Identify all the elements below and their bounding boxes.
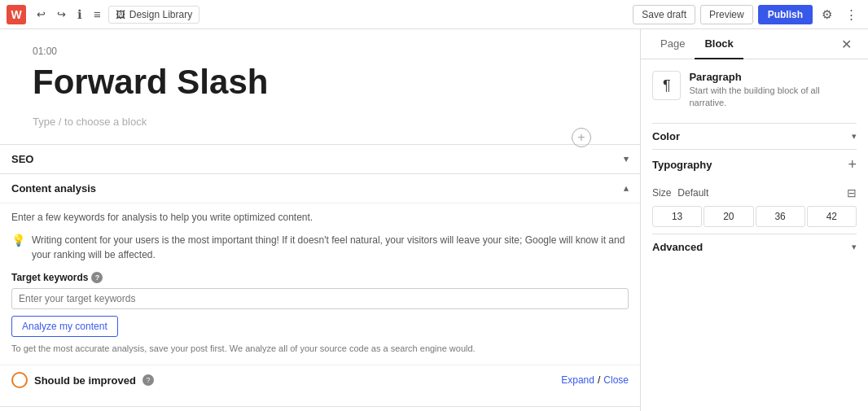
toolbar: W ↩ ↪ ℹ ≡ 🖼 Design Library Save draft Pr… [0,0,868,29]
design-library-button[interactable]: 🖼 Design Library [108,6,199,24]
content-analysis-section: Content analysis ▴ Enter a few keywords … [0,173,640,411]
improved-row: Should be improved ? Expand / Close [0,365,640,395]
post-title[interactable]: Forward Slash [33,62,607,103]
improved-label: Should be improved [34,374,136,387]
right-panel: Page Block ✕ ¶ Paragraph Start with the … [640,29,868,411]
design-library-label: Design Library [129,9,192,20]
tip-row: 💡 Writing content for your users is the … [11,233,629,262]
seo-chevron-icon: ▾ [624,154,629,164]
keyword-input[interactable] [11,288,629,309]
ca-header-label: Content analysis [11,182,96,195]
info-button[interactable]: ℹ [73,5,86,24]
block-info: ¶ Paragraph Start with the building bloc… [652,71,857,110]
editor-area: 01:00 Forward Slash Type / to choose a b… [0,29,640,411]
advanced-section[interactable]: Advanced ▾ [652,234,857,260]
analysis-note: To get the most accurate analysis, save … [11,343,629,353]
design-library-icon: 🖼 [116,9,125,20]
close-link[interactable]: Close [603,374,629,386]
target-keywords-label: Target keywords ? [11,272,629,283]
add-block-placeholder[interactable]: Type / to choose a block [33,116,147,128]
advanced-chevron-icon: ▾ [852,242,857,252]
save-draft-button[interactable]: Save draft [633,5,695,24]
publish-button[interactable]: Publish [758,5,813,24]
editor-inner: 01:00 Forward Slash Type / to choose a b… [0,29,640,144]
target-keywords-info-icon[interactable]: ? [91,272,103,283]
expand-link[interactable]: Expand [561,374,594,386]
more-options-button[interactable]: ⋮ [841,5,861,24]
size-label: Size [652,187,671,199]
toolbar-right: Save draft Preview Publish ⚙ ⋮ [633,5,861,24]
undo-button[interactable]: ↩ [33,6,50,23]
ca-chevron-icon: ▴ [624,183,629,194]
block-name: Paragraph [689,71,857,83]
typography-label: Typography [652,159,712,171]
paragraph-icon: ¶ [663,77,671,94]
settings-button[interactable]: ⚙ [818,5,836,24]
size-row: Size Default ⊟ [652,180,857,206]
size-13-button[interactable]: 13 [652,206,702,227]
tab-page[interactable]: Page [651,29,695,59]
list-view-button[interactable]: ≡ [90,5,105,24]
panel-tabs: Page Block ✕ [641,29,868,59]
ca-hint: Enter a few keywords for analysis to hel… [11,212,629,223]
ca-body: Enter a few keywords for analysis to hel… [0,203,640,406]
block-meta: Paragraph Start with the building block … [689,71,857,110]
size-20-button[interactable]: 20 [704,206,753,227]
redo-button[interactable]: ↪ [53,6,70,23]
typography-section[interactable]: Typography + [652,149,857,180]
typography-add-button[interactable]: + [848,156,857,173]
seo-section: SEO ▾ [0,144,640,173]
preview-button[interactable]: Preview [700,5,753,24]
improved-right: Expand / Close [561,374,629,386]
time-label: 01:00 [33,46,607,57]
size-42-button[interactable]: 42 [807,206,857,227]
tip-text: Writing content for your users is the mo… [32,233,629,262]
improved-circle-icon [11,372,28,388]
analyze-button[interactable]: Analyze my content [11,316,118,337]
improved-left: Should be improved ? [11,372,154,388]
tab-block[interactable]: Block [695,29,743,59]
wp-logo: W [7,5,26,24]
expand-close-separator: / [598,374,600,386]
ca-header[interactable]: Content analysis ▴ [0,174,640,203]
size-default: Default [677,187,708,199]
seo-label: SEO [11,153,33,165]
add-block-row: Type / to choose a block + [33,116,607,128]
improved-info-icon[interactable]: ? [142,374,154,386]
color-label: Color [652,130,680,142]
size-filter-button[interactable]: ⊟ [847,186,857,199]
block-description: Start with the building block of all nar… [689,85,857,110]
panel-body: ¶ Paragraph Start with the building bloc… [641,59,868,411]
panel-close-button[interactable]: ✕ [835,29,858,59]
keyword-input-row [11,288,629,309]
advanced-label: Advanced [652,241,703,253]
tip-icon: 💡 [11,234,25,247]
size-36-button[interactable]: 36 [756,206,805,227]
main-layout: 01:00 Forward Slash Type / to choose a b… [0,29,868,411]
color-chevron-icon: ▾ [852,131,857,142]
block-icon-box: ¶ [652,71,681,100]
canonical-url-item[interactable]: Canonical URL ▴ [0,406,640,411]
color-section[interactable]: Color ▾ [652,123,857,149]
size-buttons: 13 20 36 42 [652,206,857,227]
seo-header[interactable]: SEO ▾ [0,145,640,173]
